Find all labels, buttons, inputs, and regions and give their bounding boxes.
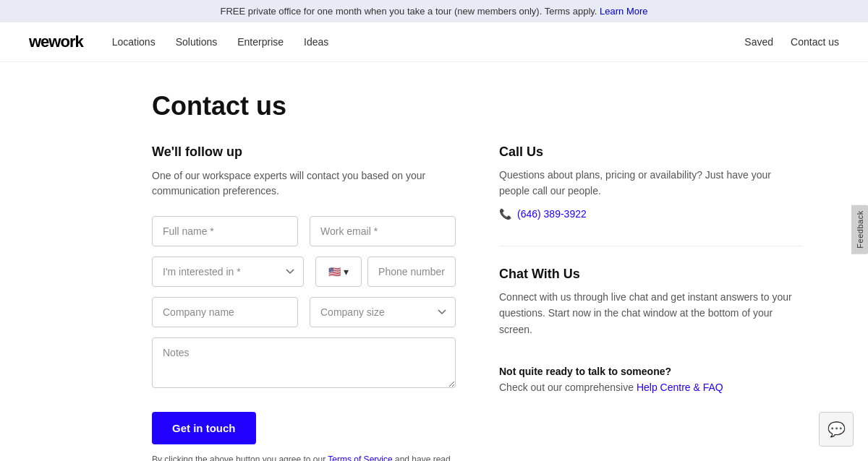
wework-logo[interactable]: wework	[29, 33, 83, 51]
work-email-input[interactable]	[310, 216, 456, 246]
phone-number: (646) 389-3922	[517, 208, 587, 220]
nav-link-solutions[interactable]: Solutions	[176, 36, 218, 48]
nav-links: Locations Solutions Enterprise Ideas	[112, 36, 745, 48]
nav-contact-link[interactable]: Contact us	[791, 36, 839, 48]
chat-description: Connect with us through live chat and ge…	[499, 289, 803, 337]
nav-right: Saved Contact us	[744, 36, 839, 48]
name-email-row	[152, 216, 456, 246]
nav-link-locations[interactable]: Locations	[112, 36, 156, 48]
page-title: Contact us	[152, 91, 803, 121]
country-code-select[interactable]: 🇺🇸 ▾ 🇬🇧 ▾ 🇨🇦 ▾	[315, 257, 362, 287]
nav-link-ideas[interactable]: Ideas	[304, 36, 328, 48]
promo-banner: FREE private office for one month when y…	[0, 0, 868, 22]
company-row: Company size 1-10 11-50 51-200 201-500 5…	[152, 297, 456, 327]
chat-widget-icon: 💬	[827, 421, 846, 438]
main-nav: wework Locations Solutions Enterprise Id…	[0, 22, 868, 62]
help-section: Not quite ready to talk to someone? Chec…	[499, 363, 803, 396]
phone-input[interactable]	[367, 257, 456, 287]
get-in-touch-button[interactable]: Get in touch	[152, 412, 256, 444]
banner-learn-more-link[interactable]: Learn More	[600, 6, 647, 17]
company-name-input[interactable]	[152, 297, 298, 327]
full-name-input[interactable]	[152, 216, 298, 246]
banner-text: FREE private office for one month when y…	[220, 6, 597, 17]
terms-of-service-link[interactable]: Terms of Service	[328, 454, 392, 461]
help-text: Not quite ready to talk to someone? Chec…	[499, 363, 803, 396]
phone-row: 🇺🇸 ▾ 🇬🇧 ▾ 🇨🇦 ▾	[315, 257, 456, 287]
form-heading: We'll follow up	[152, 145, 456, 160]
phone-number-link[interactable]: 📞 (646) 389-3922	[499, 208, 803, 220]
interest-phone-row: I'm interested in * Private Office Dedic…	[152, 257, 456, 287]
right-info-section: Call Us Questions about plans, pricing o…	[499, 145, 803, 461]
feedback-button[interactable]: Feedback	[851, 204, 868, 254]
call-us-heading: Call Us	[499, 145, 803, 160]
section-divider	[499, 246, 803, 246]
contact-form-section: We'll follow up One of our workspace exp…	[152, 145, 456, 461]
help-heading: Not quite ready to talk to someone?	[499, 366, 671, 377]
notes-input[interactable]	[152, 337, 456, 388]
chat-widget[interactable]: 💬	[819, 412, 854, 447]
feedback-tab[interactable]: Feedback	[851, 204, 868, 256]
content-grid: We'll follow up One of our workspace exp…	[152, 145, 803, 461]
contact-form: I'm interested in * Private Office Dedic…	[152, 216, 456, 461]
nav-link-enterprise[interactable]: Enterprise	[237, 36, 284, 48]
legal-text: By clicking the above button you agree t…	[152, 453, 456, 461]
company-size-select[interactable]: Company size 1-10 11-50 51-200 201-500 5…	[310, 297, 456, 327]
phone-icon: 📞	[499, 208, 511, 220]
nav-saved-link[interactable]: Saved	[744, 36, 773, 48]
form-description: One of our workspace experts will contac…	[152, 168, 456, 199]
chat-heading: Chat With Us	[499, 267, 803, 282]
call-us-description: Questions about plans, pricing or availa…	[499, 167, 803, 199]
notes-row	[152, 337, 456, 390]
call-us-section: Call Us Questions about plans, pricing o…	[499, 145, 803, 220]
help-centre-link[interactable]: Help Centre & FAQ	[637, 382, 723, 393]
help-prefix: Check out our comprehensive	[499, 382, 634, 393]
interested-in-select[interactable]: I'm interested in * Private Office Dedic…	[152, 257, 304, 287]
main-content: Contact us We'll follow up One of our wo…	[36, 62, 832, 461]
chat-section: Chat With Us Connect with us through liv…	[499, 267, 803, 337]
